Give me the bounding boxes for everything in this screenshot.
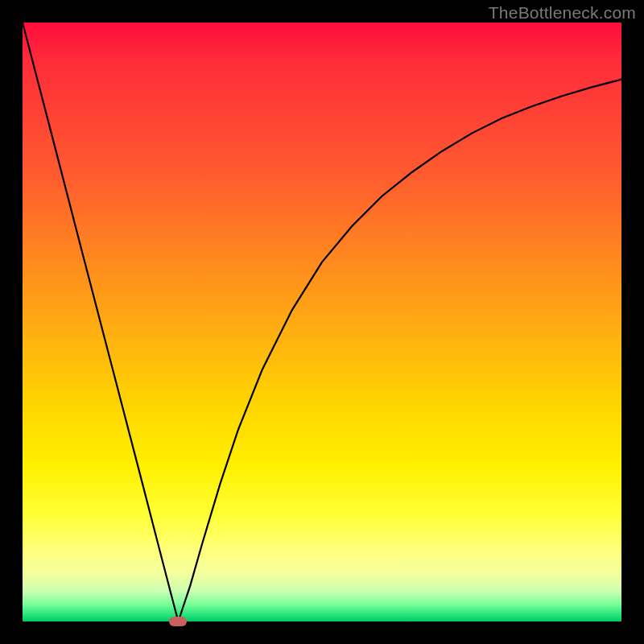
curve-right-branch: [178, 80, 621, 621]
plot-area: [23, 23, 621, 621]
curve-left-branch: [23, 23, 178, 621]
minimum-marker: [169, 617, 187, 626]
watermark-text: TheBottleneck.com: [489, 3, 636, 23]
chart-frame: TheBottleneck.com: [0, 0, 644, 644]
bottleneck-curve: [23, 23, 621, 621]
